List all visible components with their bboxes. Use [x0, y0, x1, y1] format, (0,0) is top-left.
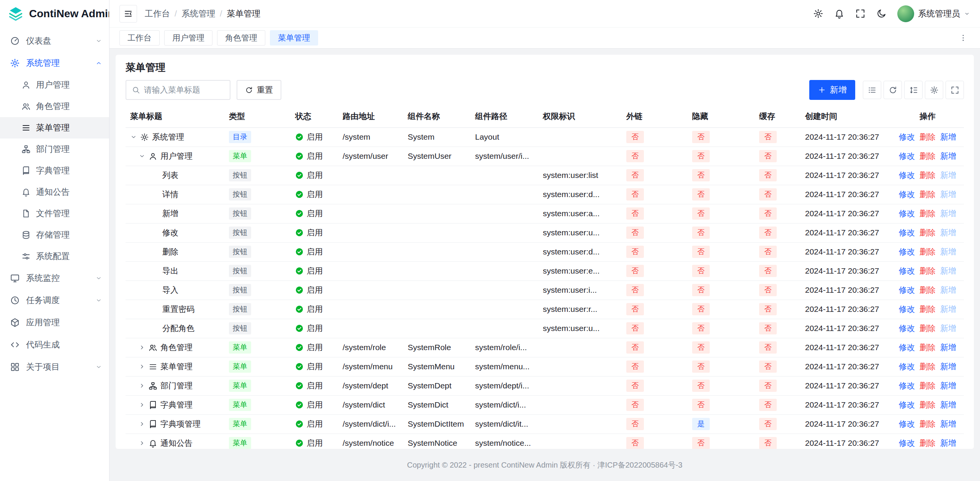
sidebar-subitem[interactable]: 角色管理: [0, 96, 109, 117]
edit-link[interactable]: 修改: [899, 266, 915, 276]
expand-row-icon[interactable]: [139, 401, 145, 408]
sidebar-subitem[interactable]: 部门管理: [0, 139, 109, 160]
sidebar-item[interactable]: 系统监控: [0, 267, 109, 289]
add-link[interactable]: 新增: [940, 399, 956, 410]
delete-link[interactable]: 删除: [920, 361, 936, 372]
sidebar-subitem[interactable]: 字典管理: [0, 160, 109, 181]
sidebar-subitem[interactable]: 用户管理: [0, 74, 109, 96]
delete-link[interactable]: 删除: [920, 342, 936, 353]
breadcrumb-item[interactable]: 系统管理: [181, 8, 215, 20]
fullscreen-icon[interactable]: [855, 8, 866, 19]
sidebar-item[interactable]: 关于项目: [0, 356, 109, 378]
add-link[interactable]: 新增: [940, 132, 956, 142]
edit-link[interactable]: 修改: [899, 438, 915, 448]
delete-link[interactable]: 删除: [920, 132, 936, 142]
tab-bar: 工作台用户管理角色管理菜单管理: [109, 28, 980, 49]
search-input[interactable]: [144, 85, 224, 95]
sidebar-item[interactable]: 任务调度: [0, 289, 109, 311]
edit-link[interactable]: 修改: [899, 342, 915, 353]
edit-link[interactable]: 修改: [899, 361, 915, 372]
table-fullscreen-button[interactable]: [946, 81, 964, 99]
add-link[interactable]: 新增: [940, 380, 956, 391]
expand-row-icon[interactable]: [139, 382, 145, 389]
edit-link[interactable]: 修改: [899, 304, 915, 315]
delete-link[interactable]: 删除: [920, 304, 936, 315]
route-cell: /system/dept: [338, 376, 403, 395]
column-settings-button[interactable]: [925, 81, 943, 99]
sidebar-subitem[interactable]: 存储管理: [0, 224, 109, 246]
delete-link[interactable]: 删除: [920, 266, 936, 276]
sidebar-item[interactable]: 系统管理: [0, 52, 109, 74]
add-link[interactable]: 新增: [940, 419, 956, 429]
cache-badge-cell: 否: [755, 185, 800, 204]
tab-more-button[interactable]: [956, 31, 970, 45]
add-link[interactable]: 新增: [940, 438, 956, 448]
sidebar-item[interactable]: 代码生成: [0, 334, 109, 356]
edit-link[interactable]: 修改: [899, 170, 915, 181]
delete-link[interactable]: 删除: [920, 227, 936, 238]
collapse-row-icon[interactable]: [139, 153, 145, 160]
expand-row-icon[interactable]: [139, 344, 145, 351]
add-link[interactable]: 新增: [940, 361, 956, 372]
delete-link[interactable]: 删除: [920, 323, 936, 334]
delete-link[interactable]: 删除: [920, 399, 936, 410]
cache-badge-cell: 否: [755, 127, 800, 147]
breadcrumb-item[interactable]: 工作台: [145, 8, 170, 20]
edit-link[interactable]: 修改: [899, 399, 915, 410]
edit-link[interactable]: 修改: [899, 246, 915, 257]
type-badge-cell: 按钮: [224, 185, 291, 204]
edit-link[interactable]: 修改: [899, 189, 915, 200]
delete-link[interactable]: 删除: [920, 285, 936, 295]
expand-row-icon[interactable]: [139, 440, 145, 447]
sidebar-subitem[interactable]: 通知公告: [0, 181, 109, 203]
tab-item[interactable]: 用户管理: [164, 30, 212, 46]
delete-link[interactable]: 删除: [920, 380, 936, 391]
delete-link[interactable]: 删除: [920, 246, 936, 257]
sidebar-item[interactable]: 应用管理: [0, 311, 109, 334]
add-button[interactable]: 新增: [809, 80, 855, 100]
notifications-bell-icon[interactable]: [834, 8, 844, 19]
delete-link[interactable]: 删除: [920, 419, 936, 429]
dark-mode-icon[interactable]: [876, 8, 887, 19]
expand-row-icon[interactable]: [139, 363, 145, 370]
table-row: 字典管理菜单启用/system/dictSystemDictsystem/dic…: [126, 395, 964, 414]
sidebar-subitem[interactable]: 菜单管理: [0, 117, 109, 139]
edit-link[interactable]: 修改: [899, 132, 915, 142]
zebra-stripe-button[interactable]: [863, 81, 881, 99]
external-badge: 否: [626, 360, 644, 373]
sidebar-subitem[interactable]: 文件管理: [0, 203, 109, 224]
sidebar-subitem[interactable]: 系统配置: [0, 246, 109, 267]
component-name-cell: [403, 204, 470, 223]
add-link[interactable]: 新增: [940, 342, 956, 353]
delete-link[interactable]: 删除: [920, 151, 936, 161]
edit-link[interactable]: 修改: [899, 323, 915, 334]
row-density-button[interactable]: [904, 81, 923, 99]
delete-link[interactable]: 删除: [920, 208, 936, 219]
status-cell: 启用: [291, 261, 338, 280]
edit-link[interactable]: 修改: [899, 208, 915, 219]
tab-item[interactable]: 工作台: [119, 30, 160, 46]
sidebar-item[interactable]: 仪表盘: [0, 30, 109, 52]
tab-item[interactable]: 角色管理: [217, 30, 265, 46]
edit-link[interactable]: 修改: [899, 419, 915, 429]
collapse-row-icon[interactable]: [130, 134, 137, 140]
settings-icon[interactable]: [813, 8, 823, 19]
user-menu[interactable]: 系统管理员: [897, 5, 970, 22]
component-path-cell: [470, 242, 538, 261]
delete-link[interactable]: 删除: [920, 170, 936, 181]
add-link[interactable]: 新增: [940, 151, 956, 161]
refresh-table-button[interactable]: [884, 81, 902, 99]
edit-link[interactable]: 修改: [899, 151, 915, 161]
type-badge-cell: 菜单: [224, 376, 291, 395]
edit-link[interactable]: 修改: [899, 227, 915, 238]
edit-link[interactable]: 修改: [899, 285, 915, 295]
external-badge-cell: 否: [622, 242, 688, 261]
reset-button[interactable]: 重置: [237, 80, 281, 100]
tab-item[interactable]: 菜单管理: [270, 30, 318, 46]
menu-title: 导入: [162, 285, 178, 295]
expand-row-icon[interactable]: [139, 421, 145, 427]
delete-link[interactable]: 删除: [920, 438, 936, 448]
sidebar-collapse-button[interactable]: [119, 5, 137, 23]
edit-link[interactable]: 修改: [899, 380, 915, 391]
delete-link[interactable]: 删除: [920, 189, 936, 200]
